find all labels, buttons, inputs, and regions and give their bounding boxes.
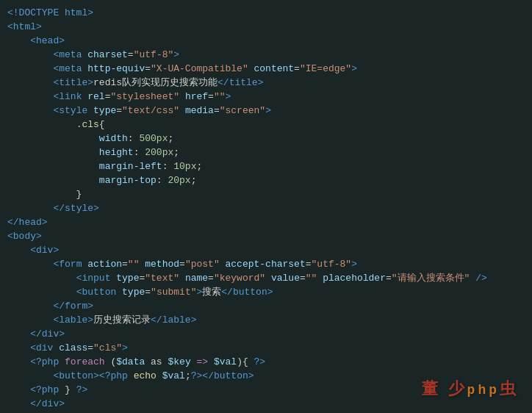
code-line-11: height: 200px; [0,146,532,159]
watermark-text1: 董 少 [422,379,467,398]
code-line-7: <link rel="stylesheet" href=""> [0,90,532,104]
code-line-16: </head> [0,215,532,229]
code-editor: <!DOCTYPE html> <html> <head> <meta char… [0,0,532,413]
watermark: 董 少php虫 [422,378,519,400]
code-line-12: margin-left: 10px; [0,159,532,173]
code-line-21: <button type="submit">搜索</button> [0,285,532,299]
code-line-10: width: 500px; [0,132,532,146]
watermark-text3: 虫 [500,379,519,398]
doctype-html: html [65,6,87,20]
doctype-tag: <!DOCTYPE [7,6,65,20]
code-line-22: </form> [0,299,532,313]
code-line-3: <head> [0,34,532,48]
code-line-23: <lable>历史搜索记录</lable> [0,313,532,327]
watermark-php: php [467,383,500,398]
code-line-17: <body> [0,229,532,243]
code-line-24: </div> [0,327,532,341]
code-line-15: </style> [0,201,532,215]
code-line-18: <div> [0,243,532,257]
code-line-20: <input type="text" name="keyword" value=… [0,271,532,285]
code-line-25: <div class="cls"> [0,341,532,355]
code-line-26: <?php foreach ($data as $key => $val){ ?… [0,355,532,369]
code-line-6: <title>redis队列实现历史搜索功能</title> [0,76,532,90]
code-line-2: <html> [0,20,532,34]
code-line-19: <form action="" method="post" accept-cha… [0,257,532,271]
code-line-14: } [0,187,532,201]
code-line-1: <!DOCTYPE html> [0,6,532,20]
code-line-8: <style type="text/css" media="screen"> [0,104,532,118]
code-line-9: .cls{ [0,118,532,132]
code-line-5: <meta http-equiv="X-UA-Compatible" conte… [0,62,532,76]
code-line-13: margin-top: 20px; [0,173,532,187]
code-line-4: <meta charset="utf-8"> [0,48,532,62]
